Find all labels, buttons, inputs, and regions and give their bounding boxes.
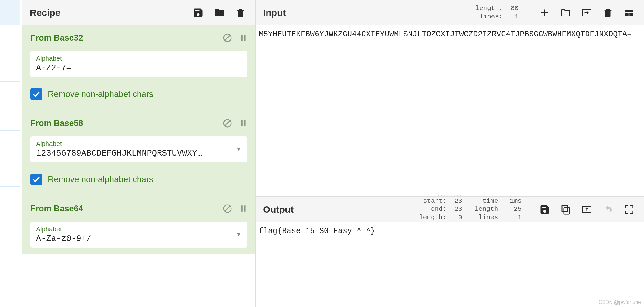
maximize-output-button[interactable] [622,202,637,217]
svg-rect-11 [244,205,245,212]
field-label: Alphabet [36,225,242,233]
layout-icon [623,8,635,17]
svg-rect-14 [629,13,633,16]
field-label: Alphabet [36,55,242,62]
copy-output-button[interactable] [558,202,573,217]
svg-rect-13 [625,13,629,16]
operation-title: From Base64 [30,204,83,214]
save-icon [193,7,204,18]
pause-icon [239,119,247,128]
copy-icon [560,204,571,215]
svg-rect-10 [241,205,242,212]
operation-from-base58[interactable]: From Base58 Alphabet 123456789ABCDEFGHJK… [22,111,255,196]
chevron-down-icon[interactable]: ▼ [236,232,241,237]
checkbox-label: Remove non-alphabet chars [48,89,153,99]
breakpoint-button[interactable] [239,118,247,128]
drag-handle[interactable]: • • • • • • • • [256,193,644,196]
output-text: flag{Base_15_S0_Easy_^_^} [256,222,644,307]
field-value: A-Za-z0-9+/= [36,234,242,243]
folder-icon [214,7,225,18]
recipe-header: Recipe [22,0,255,25]
svg-rect-2 [241,35,242,41]
svg-line-5 [225,121,230,126]
operation-title: From Base32 [30,33,83,43]
clear-input-button[interactable] [601,5,615,20]
field-value: A-Z2-7= [36,63,242,73]
breakpoint-button[interactable] [239,33,247,43]
ban-icon [222,33,232,43]
clear-recipe-button[interactable] [233,5,248,20]
output-stats: start: 23 end: 23 length: 0 time: 1ms le… [419,197,522,222]
undo-button[interactable] [601,202,615,217]
watermark: CSDN @pwfortune [599,300,641,305]
remove-non-alphabet-checkbox[interactable] [30,174,42,185]
load-recipe-button[interactable] [212,5,227,20]
output-header: Output start: 23 end: 23 length: 0 time:… [256,197,644,222]
check-icon [32,175,40,183]
recipe-list: From Base32 Alphabet A-Z2-7= [22,25,255,307]
operation-title: From Base58 [30,119,83,128]
breakpoint-button[interactable] [239,204,247,214]
toggle-layout-button[interactable] [622,5,637,20]
chevron-down-icon[interactable]: ▼ [236,147,241,152]
pause-icon [239,33,247,43]
remove-non-alphabet-checkbox[interactable] [30,88,42,100]
svg-line-1 [225,35,230,40]
move-to-input-button[interactable] [579,202,594,217]
svg-rect-16 [562,205,568,212]
trash-icon [603,7,613,18]
svg-rect-3 [244,35,245,41]
export-up-icon [581,204,593,215]
svg-line-9 [225,206,230,211]
svg-rect-12 [625,10,633,12]
input-stats: length: 80 lines: 1 [475,4,518,21]
ban-icon [222,204,232,214]
input-header: Input length: 80 lines: 1 [256,0,644,25]
svg-rect-7 [244,120,245,126]
operation-from-base64[interactable]: From Base64 Alphabet A-Za-z0-9+/= ▼ [22,196,255,254]
undo-icon [602,205,614,214]
input-title: Input [263,7,286,18]
pause-icon [239,204,247,213]
save-recipe-button[interactable] [191,5,206,20]
input-text[interactable]: M5YHEUTEKFBW6YJWKZGU44CXIEYUWMLSNJLTOZCX… [256,25,644,193]
alphabet-field[interactable]: Alphabet A-Za-z0-9+/= ▼ [30,222,247,248]
save-icon [539,204,550,215]
open-folder-button[interactable] [558,5,573,20]
trash-icon [235,7,246,18]
svg-rect-15 [564,208,569,214]
sidebar-tick [0,81,20,82]
sidebar-tick [0,186,20,187]
alphabet-field[interactable]: Alphabet 123456789ABCDEFGHJKLMNPQRSTUVWX… [30,136,247,162]
operation-from-base32[interactable]: From Base32 Alphabet A-Z2-7= [22,25,255,111]
field-value: 123456789ABCDEFGHJKLMNPQRSTUVWXY… [36,149,242,158]
add-input-button[interactable] [537,5,552,20]
disable-operation-button[interactable] [222,118,232,128]
field-label: Alphabet [36,140,242,147]
import-icon [581,7,593,18]
save-output-button[interactable] [537,202,552,217]
checkbox-label: Remove non-alphabet chars [48,175,153,184]
left-margin [0,0,22,307]
recipe-title: Recipe [30,7,60,18]
check-icon [32,90,40,98]
svg-rect-6 [241,120,242,126]
sidebar-tick [0,130,20,131]
sidebar-tab[interactable] [0,0,20,25]
maximize-icon [624,205,634,214]
open-file-button[interactable] [579,5,594,20]
ban-icon [222,118,232,128]
folder-outline-icon [560,7,572,18]
alphabet-field[interactable]: Alphabet A-Z2-7= [30,51,247,77]
plus-icon [539,7,550,18]
output-title: Output [263,204,294,215]
disable-operation-button[interactable] [222,204,232,214]
disable-operation-button[interactable] [222,33,232,43]
